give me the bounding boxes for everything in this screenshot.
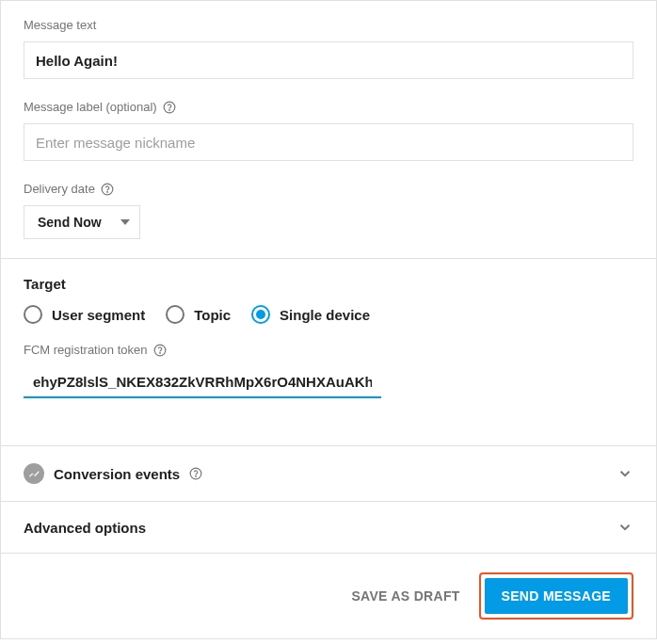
advanced-options-label: Advanced options (24, 520, 146, 536)
message-label-label-text: Message label (optional) (24, 100, 157, 114)
conversion-events-accordion[interactable]: Conversion events (1, 446, 656, 501)
chart-icon (24, 463, 44, 484)
svg-point-5 (159, 352, 160, 353)
caret-down-icon (120, 219, 130, 225)
message-text-label: Message text (24, 18, 633, 32)
message-label-group: Message label (optional) (24, 100, 633, 161)
delivery-date-label: Delivery date (24, 182, 633, 196)
radio-icon-selected (251, 305, 270, 324)
footer: SAVE AS DRAFT SEND MESSAGE (1, 554, 656, 638)
svg-point-7 (196, 476, 197, 477)
message-label-input[interactable] (24, 123, 633, 161)
svg-point-0 (164, 102, 175, 113)
radio-user-segment[interactable]: User segment (24, 305, 145, 324)
radio-single-device-label: Single device (280, 307, 370, 323)
help-icon[interactable] (189, 467, 202, 480)
send-highlight: SEND MESSAGE (479, 572, 633, 620)
save-as-draft-button[interactable]: SAVE AS DRAFT (351, 588, 459, 604)
target-section: Target User segment Topic Single device … (1, 259, 656, 445)
advanced-options-accordion[interactable]: Advanced options (1, 502, 656, 553)
conversion-events-label: Conversion events (54, 466, 180, 482)
radio-topic-label: Topic (194, 307, 231, 323)
message-section: Message text Message label (optional) De… (1, 1, 656, 258)
radio-icon (166, 305, 184, 324)
delivery-date-dropdown[interactable]: Send Now (24, 205, 140, 239)
advanced-options-title: Advanced options (24, 520, 617, 536)
help-icon[interactable] (153, 344, 167, 357)
svg-point-4 (154, 345, 166, 356)
send-message-button[interactable]: SEND MESSAGE (485, 578, 628, 614)
message-text-group: Message text (24, 18, 633, 79)
svg-point-1 (168, 109, 169, 110)
chevron-down-icon (617, 519, 633, 536)
message-text-input[interactable] (24, 41, 633, 79)
radio-icon (24, 305, 42, 324)
fcm-token-label: FCM registration token (24, 343, 633, 357)
svg-point-6 (190, 468, 201, 479)
help-icon[interactable] (163, 101, 176, 114)
chevron-down-icon (617, 465, 633, 482)
svg-point-3 (107, 191, 108, 192)
fcm-token-label-text: FCM registration token (24, 343, 148, 357)
help-icon[interactable] (101, 183, 114, 196)
delivery-date-group: Delivery date Send Now (24, 182, 633, 239)
delivery-date-selected: Send Now (38, 215, 102, 230)
compose-message-panel: Message text Message label (optional) De… (0, 0, 657, 639)
message-text-label-text: Message text (24, 18, 96, 32)
svg-point-2 (102, 184, 113, 195)
conversion-events-title: Conversion events (24, 463, 617, 484)
radio-single-device[interactable]: Single device (251, 305, 370, 324)
radio-user-segment-label: User segment (52, 307, 145, 323)
target-radio-group: User segment Topic Single device (24, 305, 633, 324)
message-label-label: Message label (optional) (24, 100, 633, 114)
delivery-date-label-text: Delivery date (24, 182, 95, 196)
radio-topic[interactable]: Topic (166, 305, 231, 324)
fcm-token-input[interactable] (24, 366, 381, 398)
target-heading: Target (24, 276, 633, 292)
